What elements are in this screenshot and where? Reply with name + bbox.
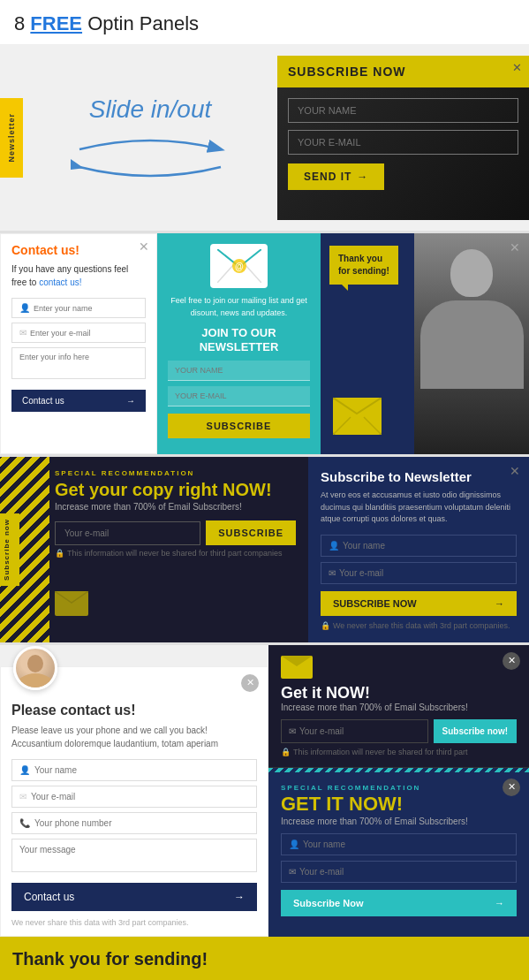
- contact-email-input[interactable]: [30, 329, 138, 338]
- subscribe-header-label: SUBSCRIBE NOW: [288, 65, 406, 79]
- pcp-name-input[interactable]: [34, 765, 249, 775]
- git-close-btn[interactable]: ✕: [503, 652, 520, 670]
- newsletter-tab-label: Newsletter: [7, 113, 16, 163]
- snp-arrow-icon: →: [495, 598, 504, 609]
- contact-info-textarea[interactable]: [11, 347, 146, 379]
- stripe-top: [268, 768, 529, 772]
- gib-email-field: ✉: [281, 861, 517, 883]
- git-title: Get it NOW!: [281, 684, 517, 703]
- snp-privacy-text: We never share this data with 3rd part c…: [333, 621, 510, 630]
- gib-arrow-icon: →: [495, 898, 504, 908]
- snp-subscribe-label: SUBSCRIBE NOW: [333, 598, 417, 609]
- promo-privacy: 🔒 This information will never be shared …: [55, 549, 296, 558]
- get-it-now-striped-panel: ✕ SPECIAL RECOMMENDATION GET IT NOW! Inc…: [268, 768, 529, 937]
- get-it-panels-col: ✕ Get it NOW! Increase more than 700% of…: [268, 645, 529, 937]
- gib-name-input[interactable]: [303, 839, 509, 849]
- promo-email-input[interactable]: [55, 521, 200, 545]
- snp-person-icon: 👤: [329, 541, 339, 551]
- slide-arrows-svg: [71, 136, 230, 180]
- snp-email-field: ✉: [321, 562, 517, 584]
- subscribe-newsletter-panel: ✕ Subscribe to Newsletter At vero eos et…: [308, 457, 529, 642]
- svg-text:@: @: [235, 262, 244, 271]
- teal-name-input[interactable]: [168, 361, 310, 381]
- git-sub-label: Subscribe now!: [442, 726, 508, 736]
- person-icon: 👤: [19, 303, 30, 313]
- snp-envelope-icon: ✉: [329, 568, 336, 578]
- teal-newsletter-panel: @ Feel free to join our mailing list and…: [157, 233, 321, 454]
- thank-you-line2: for sending!: [338, 266, 389, 276]
- teal-email-input[interactable]: [168, 386, 310, 406]
- title-free: FREE: [30, 12, 82, 34]
- title-suffix: Optin Panels: [82, 12, 199, 34]
- pcp-close-btn[interactable]: ✕: [241, 674, 259, 692]
- snp-subscribe-btn[interactable]: SUBSCRIBE NOW →: [321, 591, 517, 616]
- teal-subscribe-btn[interactable]: SUBSCRIBE: [168, 414, 310, 438]
- thank-you-close[interactable]: ✕: [510, 240, 520, 254]
- subscribe-close-btn[interactable]: ✕: [512, 61, 522, 74]
- git-sub-btn[interactable]: Subscribe now!: [434, 719, 517, 743]
- snp-close-btn[interactable]: ✕: [510, 464, 520, 478]
- contact-us-btn-label: Contact us: [22, 396, 64, 406]
- slide-title: Slide in/out: [89, 95, 212, 124]
- gib-close-btn[interactable]: ✕: [503, 779, 520, 796]
- thank-you-panel: ✕ Thank you for sending!: [321, 233, 529, 454]
- snp-name-input[interactable]: [343, 541, 509, 551]
- teal-subscribe-label: SUBSCRIBE: [207, 421, 272, 431]
- gib-email-input[interactable]: [299, 867, 509, 877]
- contact-us-text: If you have any questions feel free to c…: [11, 262, 146, 289]
- promo-privacy-text: This information will never be shared fo…: [67, 549, 283, 558]
- send-it-button[interactable]: SEND IT →: [288, 163, 384, 190]
- teal-envelope-icon: @: [210, 244, 268, 288]
- pcp-envelope-icon: ✉: [19, 792, 26, 801]
- contact-email-field: ✉: [11, 323, 146, 343]
- git-privacy: 🔒 This information will never be shared …: [281, 748, 517, 756]
- send-it-label: SEND IT: [304, 171, 351, 183]
- subscribe-email-input[interactable]: [288, 130, 518, 155]
- subscribe-name-input[interactable]: [288, 98, 518, 123]
- gib-sub-label: Subscribe Now: [293, 898, 363, 908]
- gib-name-field: 👤: [281, 833, 517, 855]
- row2: Contact us! ✕ If you have any questions …: [0, 231, 529, 454]
- thank-you-line1: Thank you: [338, 254, 382, 263]
- promo-title: Get your copy right NOW!: [55, 480, 296, 499]
- contact-us-close[interactable]: ✕: [139, 239, 149, 254]
- git-subtitle: Increase more than 700% of Email Subscri…: [281, 703, 517, 712]
- lock-icon: 🔒: [55, 549, 64, 558]
- subscribe-now-panel: SUBSCRIBE NOW ✕ SEND IT →: [277, 56, 529, 220]
- row1: Newsletter Slide in/out SUBSCRIBE NOW: [0, 45, 529, 231]
- special-rec-label: SPECIAL RECOMMENDATION: [55, 469, 296, 477]
- gib-special-rec: SPECIAL RECOMMENDATION: [281, 784, 517, 792]
- pcp-contact-btn[interactable]: Contact us →: [11, 883, 257, 911]
- contact-us-title: Contact us!: [11, 243, 146, 257]
- git-email-input[interactable]: [299, 726, 420, 736]
- send-it-arrow-icon: →: [357, 171, 368, 183]
- snp-email-input[interactable]: [339, 568, 509, 578]
- contact-us-submit-btn[interactable]: Contact us →: [11, 390, 146, 412]
- contact-us-panel: Contact us! ✕ If you have any questions …: [0, 233, 157, 454]
- gib-sub-btn[interactable]: Subscribe Now →: [281, 890, 517, 916]
- snp-title: Subscribe to Newsletter: [321, 469, 517, 484]
- snp-privacy: 🔒 We never share this data with 3rd part…: [321, 621, 517, 630]
- pcp-message-textarea[interactable]: [11, 839, 257, 872]
- git-envelope-small-icon: ✉: [289, 726, 296, 736]
- envelope-icon: ✉: [19, 328, 26, 338]
- yellow-promo-panel: Subscribe now SPECIAL RECOMMENDATION Get…: [0, 457, 308, 642]
- ty-sending-title: Thank you for sending!: [12, 949, 208, 969]
- slide-demo-area: Slide in/out: [0, 45, 277, 231]
- promo-envelope-icon: [55, 591, 88, 619]
- pcp-person-icon: 👤: [19, 765, 30, 775]
- contact-name-input[interactable]: [34, 304, 138, 313]
- subscribe-now-side-tab[interactable]: Subscribe now: [0, 513, 19, 586]
- newsletter-tab[interactable]: Newsletter: [0, 98, 23, 178]
- git-privacy-text: This information will never be shared fo…: [293, 748, 468, 756]
- pcp-phone-input[interactable]: [34, 818, 249, 828]
- please-contact-text: Please leave us your phone and we call y…: [11, 724, 257, 750]
- thank-you-bubble: Thank you for sending!: [329, 246, 398, 285]
- promo-subscribe-btn[interactable]: SUBSCRIBE: [206, 520, 296, 545]
- contact-name-field: 👤: [11, 298, 146, 318]
- pcp-email-input[interactable]: [31, 792, 249, 801]
- row3: Subscribe now SPECIAL RECOMMENDATION Get…: [0, 454, 529, 642]
- page-header: 8 FREE Optin Panels: [0, 0, 529, 45]
- pcp-privacy: We never share this data with 3rd part c…: [11, 918, 257, 927]
- subscribe-panel-body: SEND IT →: [277, 87, 529, 201]
